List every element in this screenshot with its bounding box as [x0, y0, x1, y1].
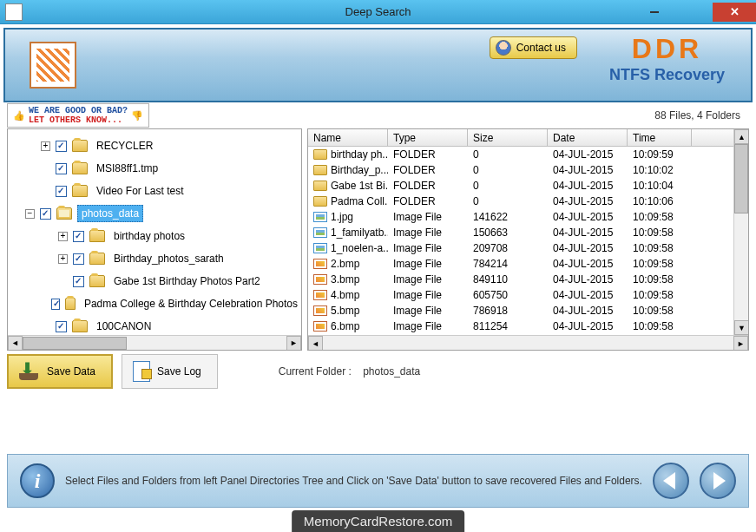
cell-date: 04-JUL-2015 — [548, 289, 628, 301]
scroll-right-icon[interactable]: ► — [286, 336, 301, 351]
tree-node-label[interactable]: photos_data — [77, 205, 143, 222]
tree-checkbox[interactable] — [40, 208, 51, 220]
tree-hscrollbar[interactable]: ◄► — [8, 335, 301, 350]
tree-checkbox[interactable] — [56, 186, 67, 197]
file-row[interactable]: 6.bmpImage File81125404-JUL-201510:09:58 — [308, 319, 733, 334]
tree-node[interactable]: +Birthday_photos_sarath — [8, 247, 301, 270]
tree-node-label[interactable]: MSI88ff1.tmp — [93, 161, 161, 176]
file-row[interactable]: 3.bmpImage File84911004-JUL-201510:09:58 — [308, 272, 733, 287]
folder-file-icon — [313, 196, 327, 207]
tree-node-label[interactable]: RECYCLER — [93, 138, 156, 154]
file-row[interactable]: 1_noelen-a...Image File20970804-JUL-2015… — [308, 240, 733, 256]
tree-checkbox[interactable] — [56, 321, 67, 332]
tree-checkbox[interactable] — [56, 163, 67, 174]
file-row[interactable]: 5.bmpImage File78691804-JUL-201510:09:58 — [308, 303, 733, 319]
tree-checkbox[interactable] — [73, 231, 84, 242]
file-row[interactable]: 4.bmpImage File60575004-JUL-201510:09:58 — [308, 287, 733, 303]
scroll-right-icon[interactable]: ► — [733, 336, 748, 351]
tree-node-label[interactable]: Padma College & Birthday Celebration Pho… — [81, 296, 301, 312]
scroll-left-icon[interactable]: ◄ — [8, 336, 23, 351]
bmp-file-icon — [313, 321, 327, 332]
cell-name: birthday ph... — [308, 148, 388, 161]
save-log-icon — [133, 361, 150, 382]
back-button[interactable] — [653, 463, 689, 499]
tree-checkbox[interactable] — [73, 253, 84, 265]
cell-type: Image File — [388, 320, 468, 332]
cell-time: 10:09:58 — [628, 258, 692, 270]
file-list-vscrollbar[interactable]: ▲ ▼ — [733, 129, 748, 335]
bmp-file-icon — [313, 259, 327, 269]
cell-time: 10:10:04 — [628, 180, 692, 192]
expand-icon[interactable]: + — [58, 232, 68, 241]
column-header-type[interactable]: Type — [388, 129, 468, 146]
expand-icon[interactable]: + — [41, 141, 50, 151]
cell-name: 2.bmp — [308, 258, 388, 270]
cell-name: 5.bmp — [308, 305, 388, 317]
jpg-file-icon — [313, 227, 327, 238]
folder-file-icon — [313, 165, 327, 175]
contact-us-button[interactable]: Contact us — [490, 36, 577, 59]
tree-node-label[interactable]: Video For Last test — [93, 183, 187, 199]
file-row[interactable]: Gabe 1st Bi...FOLDER004-JUL-201510:10:04 — [308, 178, 733, 194]
file-row[interactable]: birthday ph...FOLDER004-JUL-201510:09:59 — [308, 147, 733, 162]
file-row[interactable]: 1.jpgImage File14162204-JUL-201510:09:58 — [308, 209, 733, 225]
save-log-label: Save Log — [157, 365, 201, 378]
tree-node[interactable]: +RECYCLER — [8, 135, 301, 157]
tree-node-label[interactable]: Birthday_photos_sarath — [110, 251, 227, 266]
cell-size: 849110 — [468, 273, 548, 286]
folder-icon — [72, 185, 88, 197]
scroll-down-icon[interactable]: ▼ — [734, 320, 748, 335]
tree-checkbox[interactable] — [73, 276, 84, 287]
tree-node[interactable]: Gabe 1st Birthday Photos Part2 — [8, 270, 301, 292]
brand-bottom: NTFS Recovery — [609, 66, 725, 84]
footer-panel: i Select Files and Folders from left Pan… — [7, 454, 749, 508]
tree-node-label[interactable]: 100CANON — [93, 319, 154, 334]
file-list-body[interactable]: birthday ph...FOLDER004-JUL-201510:09:59… — [308, 147, 733, 335]
folder-file-icon — [313, 181, 327, 191]
save-log-button[interactable]: Save Log — [122, 354, 218, 389]
tree-node[interactable]: MSI88ff1.tmp — [8, 157, 301, 180]
cell-size: 811254 — [468, 320, 548, 332]
tree-checkbox[interactable] — [51, 299, 59, 310]
tree-node[interactable]: Padma College & Birthday Celebration Pho… — [8, 292, 301, 315]
next-button[interactable] — [700, 463, 736, 499]
file-list-hscrollbar[interactable]: ◄ ► — [308, 335, 748, 350]
folder-tree[interactable]: +RECYCLERMSI88ff1.tmpVideo For Last test… — [7, 128, 302, 351]
cell-name: 1_familyatb... — [308, 227, 388, 239]
scroll-up-icon[interactable]: ▲ — [734, 129, 748, 144]
tree-node[interactable]: Video For Last test — [8, 180, 301, 202]
tree-checkbox[interactable] — [56, 141, 67, 152]
expander-placeholder — [58, 277, 68, 286]
cell-name: 4.bmp — [308, 289, 388, 301]
cell-type: Image File — [388, 211, 468, 223]
column-header-name[interactable]: Name — [308, 129, 388, 146]
folder-icon — [89, 275, 105, 287]
tree-node-label[interactable]: birthday photos — [110, 228, 188, 244]
minimize-button[interactable] — [634, 3, 674, 22]
feedback-button[interactable]: WE ARE GOOD OR BAD? LET OTHERS KNOW... — [7, 103, 149, 128]
cell-date: 04-JUL-2015 — [548, 242, 628, 254]
collapse-icon[interactable]: − — [25, 209, 35, 219]
tree-node-label[interactable]: Gabe 1st Birthday Photos Part2 — [110, 273, 264, 289]
column-header-date[interactable]: Date — [548, 129, 628, 146]
info-icon: i — [20, 463, 55, 498]
file-row[interactable]: 1_familyatb...Image File15066304-JUL-201… — [308, 225, 733, 240]
banner: Contact us DDR NTFS Recovery — [3, 28, 753, 102]
maximize-button[interactable] — [674, 3, 713, 22]
cell-time: 10:10:06 — [628, 195, 692, 207]
file-row[interactable]: 2.bmpImage File78421404-JUL-201510:09:58 — [308, 256, 733, 272]
save-data-button[interactable]: Save Data — [7, 354, 113, 389]
app-icon — [5, 3, 23, 21]
folder-icon — [65, 298, 76, 310]
column-header-size[interactable]: Size — [468, 129, 548, 146]
tree-node[interactable]: −photos_data — [8, 202, 301, 225]
watermark: MemoryCardRestore.com — [292, 510, 465, 532]
tree-node[interactable]: +birthday photos — [8, 225, 301, 247]
scroll-left-icon[interactable]: ◄ — [308, 336, 323, 351]
file-row[interactable]: Padma Coll...FOLDER004-JUL-201510:10:06 — [308, 194, 733, 209]
cell-date: 04-JUL-2015 — [548, 273, 628, 286]
expand-icon[interactable]: + — [58, 254, 68, 264]
close-button[interactable] — [713, 3, 756, 22]
file-row[interactable]: Birthday_p...FOLDER004-JUL-201510:10:02 — [308, 162, 733, 178]
column-header-time[interactable]: Time — [628, 129, 692, 146]
